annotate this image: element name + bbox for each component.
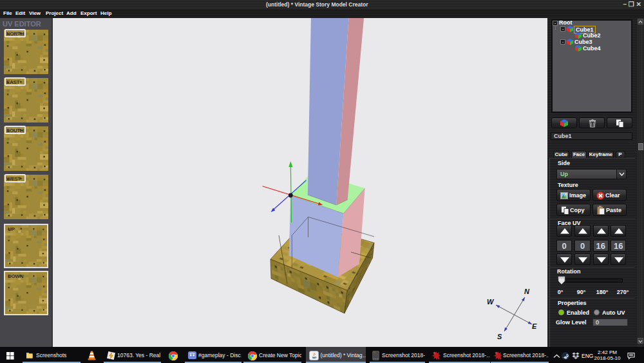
svg-text:S: S [497, 333, 502, 340]
svg-text:N: N [524, 288, 530, 295]
svg-text:W: W [487, 298, 495, 306]
svg-text:E: E [532, 322, 537, 330]
